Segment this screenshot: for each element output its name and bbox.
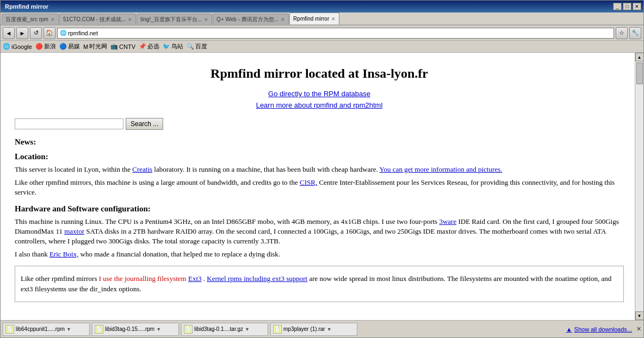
tab-4-close[interactable]: ✕	[281, 17, 285, 22]
tab-1-label: 百度搜索_src rpm	[5, 16, 48, 23]
download-item-3[interactable]: 📄 libid3tag-0.1....tar.gz ▼	[181, 323, 268, 336]
back-button[interactable]: ◄	[3, 27, 15, 39]
bookmark-mtime[interactable]: M 时光网	[83, 42, 107, 51]
tab-1[interactable]: 百度搜索_src rpm✕	[2, 14, 59, 24]
tab-4[interactable]: Q+ Web - 腾讯官方为您...✕	[213, 14, 289, 24]
home-button[interactable]: 🏠	[44, 27, 55, 39]
rpm-database-link-container: Go directly to the RPM database	[15, 90, 624, 98]
search-input[interactable]	[15, 118, 123, 129]
tab-5-label: Rpmfind mirror	[293, 16, 329, 22]
download-bar-close[interactable]: ✕	[636, 326, 641, 333]
download-label-4: mp3player (1).rar	[283, 326, 325, 332]
location-text-1b: laboratory. It is running on a machine, …	[152, 165, 379, 173]
hardware-section: Hardware and Software configuration: Thi…	[15, 204, 624, 260]
thanks-text-after: who made a financial donation, that help…	[78, 250, 280, 258]
scroll-up-button[interactable]: ▲	[635, 53, 644, 61]
thanks-paragraph: I also thank Eric Boix, who made a finan…	[15, 249, 624, 259]
thanks-text: I also thank	[15, 250, 49, 258]
title-bar: Rpmfind mirror _ □ ✕	[1, 1, 643, 12]
star-button[interactable]: ☆	[616, 27, 628, 39]
download-arrow-1[interactable]: ▼	[66, 327, 71, 332]
download-arrow-4[interactable]: ▼	[327, 327, 332, 332]
eric-boix-link[interactable]: Eric Boix,	[49, 250, 78, 258]
tab-2-close[interactable]: ✕	[128, 17, 132, 22]
location-section: Location: This server is located in Lyon…	[15, 152, 624, 198]
scroll-track[interactable]	[635, 61, 643, 311]
bookmark-wangyi[interactable]: 🔵 易媒	[59, 42, 80, 51]
ext3-link[interactable]: Ext3	[188, 274, 202, 283]
tab-4-label: Q+ Web - 腾讯官方为您...	[216, 16, 278, 23]
reload-button[interactable]: ↺	[30, 27, 42, 39]
hardware-text-1: This machine is running Linux. The CPU i…	[15, 217, 439, 226]
rpm-database-link[interactable]: Go directly to the RPM database	[268, 90, 370, 98]
location-paragraph-2: Like other rpmfind mirrors, this machine…	[15, 178, 624, 197]
scroll-down-button[interactable]: ▼	[635, 311, 644, 320]
location-text-1a: This server is located in Lyon, within t…	[15, 165, 132, 173]
address-input[interactable]	[68, 30, 611, 36]
download-icon-2: 📄	[95, 325, 103, 334]
bookmark-cntv[interactable]: 📺 CNTV	[110, 43, 135, 50]
learn-more-link[interactable]: Learn more about rpmfind and rpm2html	[256, 101, 383, 109]
news-label: News:	[15, 137, 36, 146]
bookmark-bixuan[interactable]: 📌 必选	[139, 42, 159, 51]
download-item-1[interactable]: 📄 lib64cppunit1.....rpm ▼	[3, 323, 90, 336]
download-label-3: libid3tag-0.1....tar.gz	[194, 326, 243, 332]
page-area: Rpmfind mirror located at Insa-lyon.fr G…	[1, 53, 643, 320]
address-bar-container: 🌐	[57, 28, 614, 39]
show-all-label: Show all downloads...	[574, 326, 632, 333]
address-icon: 🌐	[60, 30, 66, 36]
bookmark-xinlang[interactable]: 🔴 新浪	[35, 42, 56, 51]
close-button[interactable]: ✕	[633, 3, 641, 10]
show-all-downloads-button[interactable]: ▲ Show all downloads...	[566, 326, 632, 333]
show-all-icon: ▲	[566, 326, 572, 333]
tab-5[interactable]: Rpmfind mirror✕	[289, 12, 339, 24]
ext3-box: Like other rpmfind mirrors I use the jou…	[15, 266, 624, 302]
page-title: Rpmfind mirror located at Insa-lyon.fr	[15, 58, 624, 86]
download-icon-3: 📄	[184, 325, 193, 334]
tab-2-label: 51CTO.COM - 技术成就...	[63, 16, 126, 23]
tab-3-close[interactable]: ✕	[204, 17, 208, 22]
hardware-paragraph: This machine is running Linux. The CPU i…	[15, 217, 624, 247]
kernel-rpms-link[interactable]: Kernel rpms including ext3 support	[207, 274, 307, 283]
maximize-button[interactable]: □	[623, 3, 631, 10]
hardware-text-3: SATA disks in a 2TB hardware RAID0 array…	[15, 227, 606, 245]
3ware-link[interactable]: 3ware	[439, 217, 456, 226]
location-heading: Location:	[15, 152, 624, 161]
news-section: News:	[15, 137, 624, 147]
tab-3-label: ting!_百度旗下音乐平台...	[140, 16, 202, 23]
more-info-link[interactable]: You can get more information and picture…	[380, 165, 503, 173]
tab-5-close[interactable]: ✕	[331, 16, 336, 22]
download-icon-4: 📄	[273, 325, 282, 334]
learn-more-link-container: Learn more about rpmfind and rpm2html	[15, 101, 624, 109]
download-item-2[interactable]: 📄 libid3tag-0.15.....rpm ▼	[92, 323, 179, 336]
scrollbar: ▲ ▼	[635, 53, 643, 320]
page-content: Rpmfind mirror located at Insa-lyon.fr G…	[9, 53, 635, 308]
download-label-2: libid3tag-0.15.....rpm	[105, 326, 154, 332]
scroll-thumb[interactable]	[636, 62, 643, 84]
download-label-1: lib64cppunit1.....rpm	[16, 326, 65, 332]
location-paragraph-1: This server is located in Lyon, within t…	[15, 165, 624, 174]
cisr-link[interactable]: CISR,	[300, 178, 317, 186]
tab-1-close[interactable]: ✕	[51, 17, 55, 22]
tab-bar: 百度搜索_src rpm✕ 51CTO.COM - 技术成就...✕ ting!…	[1, 12, 643, 26]
download-item-4[interactable]: 📄 mp3player (1).rar ▼	[270, 323, 357, 336]
download-arrow-2[interactable]: ▼	[156, 327, 161, 332]
maxtor-link[interactable]: maxtor	[64, 227, 84, 235]
bookmark-baidu[interactable]: 🔍 百度	[187, 42, 207, 51]
search-button[interactable]: Search ...	[126, 118, 163, 130]
creatis-link[interactable]: Creatis	[132, 165, 152, 173]
tab-2[interactable]: 51CTO.COM - 技术成就...✕	[59, 14, 136, 24]
location-text-2a: Like other rpmfind mirrors, this machine…	[15, 178, 300, 186]
box-red-text: I use the journalling filesystem	[99, 274, 188, 283]
bookmark-niaozhan[interactable]: 🐦 鸟站	[163, 42, 183, 51]
title-bar-text: Rpmfind mirror	[3, 3, 613, 10]
wrench-button[interactable]: 🔧	[629, 27, 641, 39]
nav-bar: ◄ ► ↺ 🏠 🌐 ☆ 🔧	[1, 26, 643, 41]
search-row: Search ...	[15, 112, 624, 135]
download-arrow-3[interactable]: ▼	[245, 327, 250, 332]
bookmarks-bar: 🌐 iGoogle 🔴 新浪 🔵 易媒 M 时光网 📺 CNTV 📌 必选 🐦 …	[1, 41, 643, 53]
minimize-button[interactable]: _	[613, 3, 622, 10]
tab-3[interactable]: ting!_百度旗下音乐平台...✕	[137, 14, 212, 24]
forward-button[interactable]: ►	[16, 27, 28, 39]
bookmark-igoogle[interactable]: 🌐 iGoogle	[3, 43, 32, 50]
